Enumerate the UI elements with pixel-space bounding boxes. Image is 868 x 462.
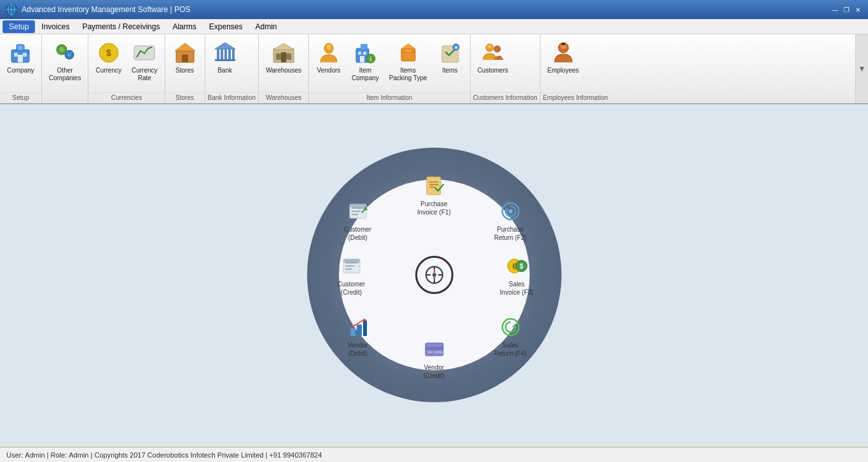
app-title: Advanced Inventory Management Software |… <box>22 5 190 14</box>
ribbon-group-item-info: Vendors i Item Company <box>309 34 471 103</box>
circle-item-customer-debit[interactable]: Customer (Debit) <box>333 199 383 242</box>
status-bar: User: Admin | Role: Admin | Copyrights 2… <box>0 447 868 462</box>
customer-debit-label: Customer (Debit) <box>344 225 371 242</box>
svg-marker-18 <box>175 43 195 51</box>
ribbon-btn-warehouses[interactable]: Warehouses <box>261 37 306 92</box>
ribbon-group-employees: Employees Employees Information <box>541 34 610 103</box>
ribbon-group-setup-label: Setup <box>0 92 41 103</box>
ribbon-group-other-items: Other Companies <box>42 34 88 99</box>
svg-rect-22 <box>221 49 223 59</box>
menu-item-invoices[interactable]: Invoices <box>35 20 76 33</box>
svg-rect-62 <box>427 177 441 195</box>
compass-icon <box>425 265 444 284</box>
menu-item-admin[interactable]: Admin <box>249 20 284 33</box>
ribbon-scroll-btn[interactable]: ▼ <box>855 34 868 103</box>
circle-item-vendor-credit[interactable]: Vendor (Credit) <box>409 337 460 380</box>
ribbon-group-currencies: $ Currency Currency Rate Currencies <box>88 34 165 103</box>
warehouses-icon <box>271 40 296 66</box>
menu-item-alarms[interactable]: Alarms <box>166 20 202 33</box>
ribbon-btn-currency[interactable]: $ Currency <box>91 37 126 92</box>
customer-credit-icon <box>339 253 364 279</box>
circle-inner: Purchase Invoice (F1) Purchase Return (F… <box>339 179 530 370</box>
svg-rect-21 <box>217 49 219 59</box>
svg-rect-87 <box>343 259 360 262</box>
ribbon-btn-currency-rate[interactable]: Currency Rate <box>127 37 162 92</box>
bank-btn-label: Bank <box>217 67 232 74</box>
ribbon-btn-customers[interactable]: Customers <box>473 37 513 92</box>
svg-rect-92 <box>350 204 366 207</box>
currency-rate-icon <box>132 40 157 66</box>
ribbon-btn-items-packing[interactable]: Items Packing Type <box>385 37 432 92</box>
purchase-invoice-icon <box>422 173 447 199</box>
svg-point-11 <box>59 47 64 52</box>
ribbon-btn-employees[interactable]: Employees <box>543 37 583 92</box>
svg-rect-23 <box>224 49 227 59</box>
stores-btn-label: Stores <box>176 67 194 74</box>
items-packing-icon <box>396 40 421 66</box>
svg-point-49 <box>488 45 492 48</box>
ribbon-btn-bank[interactable]: Bank <box>208 37 242 92</box>
svg-marker-74 <box>512 323 516 327</box>
circle-center-button[interactable] <box>415 256 453 294</box>
ribbon-btn-other-companies[interactable]: Other Companies <box>45 37 86 99</box>
menu-item-setup[interactable]: Setup <box>3 20 35 33</box>
ribbon-group-warehouses-items: Warehouses <box>259 34 308 92</box>
ribbon-group-bank-label: Bank Information <box>205 92 259 103</box>
svg-text:$: $ <box>520 263 523 270</box>
status-copyright: Copyrights 2017 Coderobotics Infotech Pr… <box>94 451 322 459</box>
items-btn-label: Items <box>442 67 457 74</box>
ribbon-btn-items[interactable]: ★ Items <box>433 37 467 92</box>
vendors-btn-label: Vendors <box>317 67 341 74</box>
items-icon: ★ <box>437 40 463 66</box>
circle-item-customer-credit[interactable]: Customer (Credit) <box>326 253 377 297</box>
circle-item-sales-invoice[interactable]: € $ Sales Invoice (F3) <box>492 253 542 297</box>
circle-outer: Purchase Invoice (F1) Purchase Return (F… <box>307 148 561 402</box>
svg-marker-60 <box>433 269 436 274</box>
svg-rect-7 <box>14 53 18 57</box>
status-sep1: | <box>47 451 49 459</box>
svg-rect-78 <box>434 351 443 353</box>
ribbon-btn-company[interactable]: Company <box>3 37 39 92</box>
svg-point-55 <box>432 273 436 277</box>
circle-item-sales-return[interactable]: Sales Return (F4) <box>485 314 536 358</box>
svg-marker-20 <box>215 43 235 49</box>
main-content: Purchase Invoice (F1) Purchase Return (F… <box>0 104 868 445</box>
customer-credit-label: Customer (Credit) <box>338 280 365 297</box>
menu-item-expenses[interactable]: Expenses <box>203 20 249 33</box>
item-company-btn-label: Item Company <box>352 67 379 82</box>
ribbon-group-stores: Stores Stores <box>165 34 205 103</box>
sales-return-label: Sales Return (F4) <box>494 341 527 358</box>
currency-icon: $ <box>96 40 121 66</box>
item-company-icon: i <box>352 40 378 66</box>
customers-icon <box>480 40 506 66</box>
close-button[interactable]: ✕ <box>853 4 863 15</box>
sales-return-icon <box>498 314 523 340</box>
vendor-debit-label: Vendor (Debit) <box>348 341 368 358</box>
svg-rect-53 <box>561 43 565 45</box>
ribbon-btn-item-company[interactable]: i Item Company <box>347 37 383 92</box>
ribbon-group-bank-items: Bank <box>205 34 259 92</box>
menu-item-payments[interactable]: Payments / Receivings <box>76 20 166 33</box>
maximize-button[interactable]: ❐ <box>841 4 851 15</box>
minimize-button[interactable]: — <box>830 4 840 15</box>
menu-bar: Setup Invoices Payments / Receivings Ala… <box>0 19 868 34</box>
stores-icon <box>172 40 198 66</box>
title-bar: Advanced Inventory Management Software |… <box>0 0 868 19</box>
circle-item-purchase-invoice[interactable]: Purchase Invoice (F1) <box>409 173 460 216</box>
svg-rect-79 <box>350 328 355 336</box>
ribbon-group-other-companies: Other Companies <box>42 34 89 103</box>
svg-rect-24 <box>228 49 231 59</box>
svg-point-68 <box>509 209 513 213</box>
ribbon-group-stores-items: Stores <box>165 34 205 92</box>
svg-marker-61 <box>433 276 436 281</box>
ribbon-btn-vendors[interactable]: Vendors <box>312 37 346 92</box>
svg-marker-67 <box>506 207 509 211</box>
ribbon-group-warehouses: Warehouses Warehouses <box>259 34 309 103</box>
ribbon-group-warehouses-label: Warehouses <box>259 92 308 103</box>
circle-item-purchase-return[interactable]: Purchase Return (F2) <box>485 199 536 242</box>
circle-item-vendor-debit[interactable]: Vendor (Debit) <box>333 314 383 358</box>
ribbon-btn-stores[interactable]: Stores <box>168 37 202 92</box>
svg-point-50 <box>494 46 500 52</box>
svg-rect-38 <box>360 56 364 62</box>
vendor-credit-icon <box>422 337 447 362</box>
